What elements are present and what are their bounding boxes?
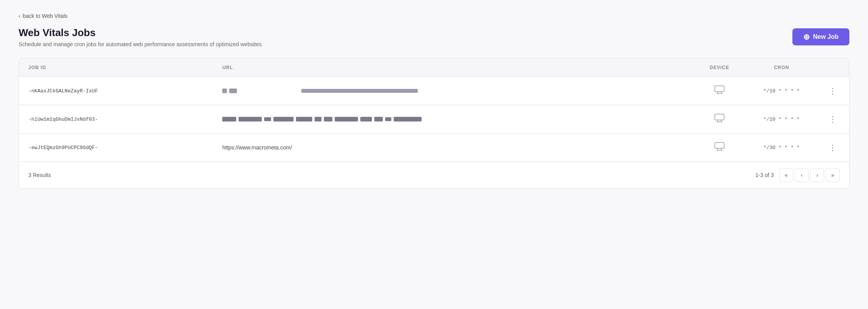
- next-page-button[interactable]: ›: [810, 168, 824, 182]
- col-header-actions: [816, 59, 849, 77]
- actions-cell[interactable]: ⋮: [816, 77, 849, 105]
- col-header-url: URL: [213, 59, 692, 77]
- blur-block: [324, 117, 332, 122]
- desktop-icon: [714, 114, 724, 125]
- url-cell: [213, 77, 692, 105]
- results-count: 3 Results: [28, 172, 51, 178]
- row-more-button[interactable]: ⋮: [826, 85, 840, 97]
- url-cell: [213, 105, 692, 134]
- chevron-left-icon: ‹: [19, 13, 21, 19]
- new-job-button[interactable]: ⊕ New Job: [792, 28, 849, 45]
- blur-block: [229, 89, 237, 93]
- col-header-cron: CRON: [747, 59, 816, 77]
- new-job-label: New Job: [813, 33, 839, 40]
- svg-rect-0: [715, 86, 724, 92]
- next-page-icon: ›: [816, 172, 818, 178]
- cron-cell: */10 * * * *: [747, 105, 816, 134]
- table-footer: 3 Results 1-3 of 3 « ‹ › »: [19, 161, 849, 188]
- blur-block: [273, 117, 294, 122]
- blur-block: [264, 117, 271, 121]
- blur-block: [394, 117, 422, 122]
- pagination: 1-3 of 3 « ‹ › »: [756, 168, 840, 182]
- table-row: -ewJtEQmzGh9PUCPC9GdQF- https://www.macr…: [19, 134, 849, 162]
- page-header: Web Vitals Jobs Schedule and manage cron…: [19, 27, 263, 47]
- prev-page-icon: ‹: [801, 172, 803, 178]
- blur-block: [301, 89, 418, 93]
- svg-rect-8: [715, 142, 724, 148]
- svg-rect-4: [715, 114, 724, 120]
- first-page-icon: «: [785, 172, 788, 178]
- blur-block: [360, 117, 372, 122]
- prev-page-button[interactable]: ‹: [795, 168, 809, 182]
- first-page-button[interactable]: «: [779, 168, 793, 182]
- row-more-button[interactable]: ⋮: [826, 113, 840, 125]
- cron-cell: */10 * * * *: [747, 77, 816, 105]
- last-page-button[interactable]: »: [826, 168, 840, 182]
- plus-circle-icon: ⊕: [803, 33, 810, 41]
- col-header-device: DEVICE: [692, 59, 747, 77]
- url-blurred-content: [222, 89, 683, 93]
- page-subtitle: Schedule and manage cron jobs for automa…: [19, 41, 263, 47]
- blur-block: [315, 117, 322, 122]
- page-title: Web Vitals Jobs: [19, 27, 263, 39]
- table-header-row: JOB ID URL DEVICE CRON: [19, 59, 849, 77]
- job-id-cell: -ewJtEQmzGh9PUCPC9GdQF-: [19, 134, 213, 162]
- blur-block: [335, 117, 358, 122]
- blur-block: [222, 117, 236, 122]
- device-cell: [692, 134, 747, 162]
- jobs-table: JOB ID URL DEVICE CRON -nKAaxJCkGALNeZay…: [19, 59, 849, 161]
- jobs-table-container: JOB ID URL DEVICE CRON -nKAaxJCkGALNeZay…: [19, 58, 849, 189]
- col-header-job-id: JOB ID: [19, 59, 213, 77]
- row-more-button[interactable]: ⋮: [826, 141, 840, 154]
- url-cell: https://www.macrometa.com/: [213, 134, 692, 162]
- back-link[interactable]: ‹ back to Web Vitals: [19, 13, 67, 19]
- desktop-icon: [714, 142, 724, 153]
- blur-block: [239, 117, 262, 122]
- last-page-icon: »: [831, 172, 834, 178]
- actions-cell[interactable]: ⋮: [816, 105, 849, 134]
- pagination-info: 1-3 of 3: [756, 172, 774, 178]
- blur-block: [385, 117, 391, 121]
- job-id-cell: -nKAaxJCkGALNeZayR-IxUF: [19, 77, 213, 105]
- table-row: -nKAaxJCkGALNeZayR-IxUF: [19, 77, 849, 105]
- device-cell: [692, 105, 747, 134]
- back-link-text: back to Web Vitals: [23, 13, 67, 19]
- cron-cell: */30 * * * *: [747, 134, 816, 162]
- job-id-cell: -hlUw1m1qGhuDmIJxNdf03-: [19, 105, 213, 134]
- url-blurred-content: [222, 117, 683, 122]
- blur-block: [374, 117, 383, 122]
- blur-block: [222, 89, 227, 93]
- desktop-icon: [714, 85, 724, 96]
- actions-cell[interactable]: ⋮: [816, 134, 849, 162]
- table-row: -hlUw1m1qGhuDmIJxNdf03-: [19, 105, 849, 134]
- blur-block: [296, 117, 312, 122]
- device-cell: [692, 77, 747, 105]
